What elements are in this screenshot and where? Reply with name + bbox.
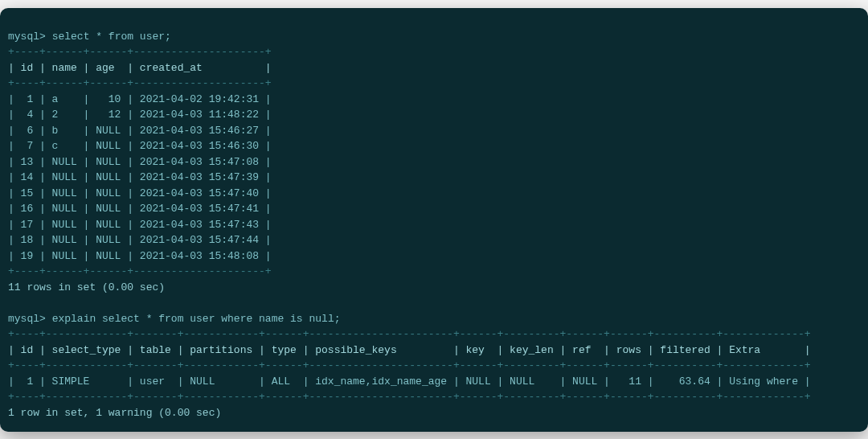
- query1-status: 11 rows in set (0.00 sec): [8, 281, 165, 293]
- sql-query-2: explain select * from user where name is…: [52, 313, 341, 325]
- mysql-prompt: mysql>: [8, 31, 46, 43]
- table1-row: | 1 | a | 10 | 2021-04-02 19:42:31 |: [8, 93, 272, 105]
- table1-row: | 14 | NULL | NULL | 2021-04-03 15:47:39…: [8, 171, 272, 183]
- table1-row: | 18 | NULL | NULL | 2021-04-03 15:47:44…: [8, 234, 272, 246]
- table1-row: | 6 | b | NULL | 2021-04-03 15:46:27 |: [8, 125, 272, 137]
- table1-border-top: +----+------+------+--------------------…: [8, 46, 272, 58]
- table2-row: | 1 | SIMPLE | user | NULL | ALL | idx_n…: [8, 375, 811, 388]
- prompt-line-2: mysql> explain select * from user where …: [8, 313, 340, 325]
- table2-border-bottom: +----+-------------+-------+------------…: [8, 391, 811, 403]
- table1-row: | 4 | 2 | 12 | 2021-04-03 11:48:22 |: [8, 109, 272, 121]
- terminal-window[interactable]: mysql> select * from user; +----+------+…: [0, 8, 868, 432]
- sql-query-1: select * from user;: [52, 31, 171, 43]
- table1-row: | 17 | NULL | NULL | 2021-04-03 15:47:43…: [8, 219, 272, 231]
- table2-border-top: +----+-------------+-------+------------…: [8, 328, 811, 340]
- query2-status: 1 row in set, 1 warning (0.00 sec): [8, 407, 221, 419]
- table1-header: | id | name | age | created_at |: [8, 62, 272, 74]
- table1-border-bottom: +----+------+------+--------------------…: [8, 265, 272, 277]
- table1-row: | 16 | NULL | NULL | 2021-04-03 15:47:41…: [8, 203, 272, 215]
- table1-row: | 7 | c | NULL | 2021-04-03 15:46:30 |: [8, 140, 272, 152]
- mysql-prompt: mysql>: [8, 313, 46, 325]
- table1-row: | 13 | NULL | NULL | 2021-04-03 15:47:08…: [8, 156, 272, 168]
- table1-row: | 19 | NULL | NULL | 2021-04-03 15:48:08…: [8, 250, 272, 262]
- prompt-line-1: mysql> select * from user;: [8, 31, 171, 43]
- table2-header: | id | select_type | table | partitions …: [8, 344, 811, 356]
- table1-row: | 15 | NULL | NULL | 2021-04-03 15:47:40…: [8, 187, 272, 199]
- table1-border-mid: +----+------+------+--------------------…: [8, 77, 272, 89]
- blank-line: [8, 297, 14, 309]
- table2-border-mid: +----+-------------+-------+------------…: [8, 359, 811, 371]
